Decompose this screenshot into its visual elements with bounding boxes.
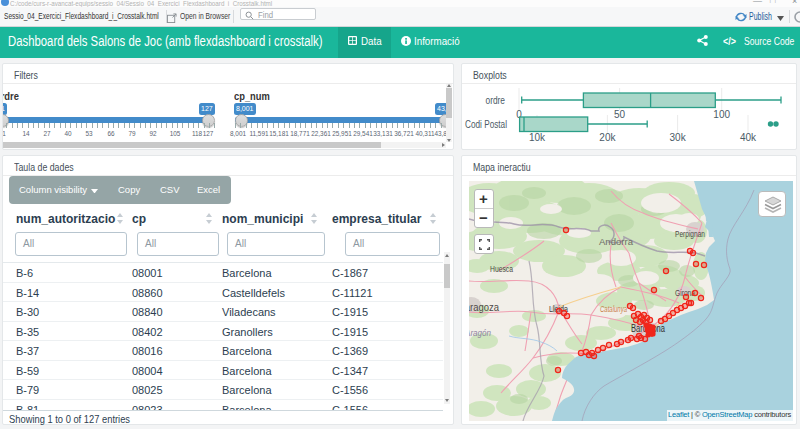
svg-text:Andorra: Andorra: [599, 237, 633, 247]
svg-text:Zaragoza: Zaragoza: [469, 301, 500, 313]
svg-text:50: 50: [614, 109, 626, 120]
svg-text:Catalunya: Catalunya: [600, 304, 627, 314]
svg-text:20k: 20k: [599, 132, 616, 143]
svg-text:10k: 10k: [529, 132, 546, 143]
svg-text:Codi Postal: Codi Postal: [465, 119, 507, 130]
svg-text:Perpignan: Perpignan: [675, 229, 705, 239]
svg-text:Aragón: Aragón: [469, 327, 491, 338]
svg-text:30k: 30k: [670, 132, 687, 143]
svg-text:40k: 40k: [740, 132, 757, 143]
svg-text:100: 100: [713, 109, 730, 120]
svg-text:Huesca: Huesca: [490, 263, 514, 274]
svg-text:ordre: ordre: [486, 95, 506, 106]
